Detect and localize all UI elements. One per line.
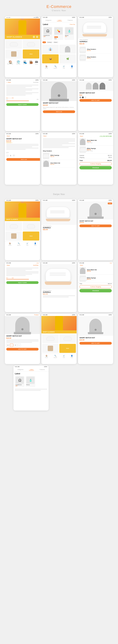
- back-btn-4[interactable]: ‹ < Back Sort/Filter: [5, 81, 40, 84]
- s8-nav-1[interactable]: 🏠Home: [45, 355, 48, 358]
- tab-lat-s10[interactable]: Latest: [29, 368, 34, 371]
- sc-banner-s8: SHOP CLASSICS: [41, 330, 77, 334]
- size-l-s7[interactable]: L: [18, 344, 21, 347]
- latest-thumb-3[interactable]: 📦: [42, 54, 59, 63]
- qty-minus[interactable]: −: [6, 154, 9, 157]
- nav-2-home[interactable]: 🏠Home: [45, 65, 48, 69]
- tab-cat-s10[interactable]: Categories: [16, 368, 25, 371]
- hat-variant-dark[interactable]: [100, 83, 105, 90]
- nav-clothing[interactable]: 👕 Clothing: [16, 60, 20, 64]
- color-white[interactable]: [84, 96, 86, 98]
- atc-s7[interactable]: ADD TO CART: [6, 348, 39, 350]
- checkout-btn[interactable]: Checkout: [79, 166, 112, 170]
- hat-s9: [89, 319, 102, 333]
- s1-nav-4[interactable]: 👤User: [34, 242, 36, 246]
- pill-clothing[interactable]: Clothing: [47, 42, 53, 43]
- s1-nav-3[interactable]: 🛒Cart: [26, 242, 28, 246]
- hat-related-1[interactable]: Short Watch Hat $19.00: [43, 160, 75, 168]
- s8-nav-4[interactable]: 👤User: [71, 355, 73, 358]
- back-btn-7[interactable]: ‹ Back: [5, 135, 40, 137]
- nav-about[interactable]: ••• About: [35, 60, 38, 64]
- continue-shopping-btn[interactable]: Continue Shopping: [79, 162, 112, 165]
- desc-line-2: [6, 145, 39, 146]
- pc-s10-2[interactable]: 🧴 Beauty: [26, 376, 35, 387]
- product-card-free[interactable]: 💊 Free Free: [54, 27, 63, 40]
- swipe-nav-section-label: Swipe Nav: [0, 193, 118, 196]
- s8-nav-3[interactable]: 🛒Cart: [63, 355, 65, 358]
- s1-thumb-2[interactable]: [23, 222, 39, 231]
- tab-featured[interactable]: Featured: [66, 19, 74, 22]
- price-track: [6, 101, 29, 101]
- price-s4: $12 ——— $63: [6, 278, 39, 278]
- bottom-text-s10: [13, 388, 49, 392]
- hat-add-to-cart[interactable]: Add to cart: [43, 110, 75, 113]
- hat-variant-gray[interactable]: [93, 83, 98, 90]
- s1-nav-label-1: Home: [8, 245, 11, 246]
- pill-all[interactable]: All: [43, 42, 46, 43]
- s8-t1[interactable]: [42, 334, 59, 343]
- s1-nav-1[interactable]: 🏠Home: [8, 242, 11, 246]
- size-m-s7[interactable]: M: [14, 344, 17, 347]
- size-s-s7[interactable]: S: [10, 344, 13, 347]
- s1-nav-icon-1: 🏠: [9, 242, 11, 244]
- related-item-1[interactable]: Shop Sneakers $42.00: [79, 46, 112, 54]
- hat-add-to-cart-2[interactable]: ADD TO CART: [79, 99, 112, 102]
- phone-row-2: 9:41 AM 100% ‹ < Back Sort/Filter: [3, 79, 115, 131]
- latest-thumb-1[interactable]: 👔: [42, 45, 59, 54]
- nav-bags[interactable]: 👜 Bags: [29, 60, 32, 64]
- product-card-headphones[interactable]: 🎧 Headphones $29: [43, 27, 53, 40]
- latest-thumb-2[interactable]: [59, 45, 76, 54]
- back-btn-s4[interactable]: ‹ Back Sort/Filter: [5, 264, 40, 266]
- color-dark[interactable]: [82, 96, 84, 98]
- phone-s7: 9:41 AM Product SHORT WATCH HAT $19.00 X…: [5, 314, 40, 364]
- product-thumb-1[interactable]: [5, 40, 22, 49]
- related-item-2[interactable]: Shop Sneakers $38.00: [79, 54, 112, 62]
- s8-t4[interactable]: SALE: [59, 344, 76, 353]
- nav-2-user[interactable]: 👤User: [71, 65, 73, 69]
- tab-categories[interactable]: Categories: [44, 19, 53, 22]
- tshirt-icon: 👔: [49, 48, 52, 51]
- sort-s4: Sort/Filter: [33, 265, 39, 266]
- pc-s10-1[interactable]: 🎧 Headphones $29: [15, 376, 25, 387]
- ld-7: [43, 146, 75, 147]
- size-xs-s7[interactable]: XS: [6, 344, 9, 347]
- s8-nav-2[interactable]: 🔍Search: [54, 355, 57, 358]
- s8-t2[interactable]: [59, 334, 76, 343]
- tab-feat-s10[interactable]: Featured: [39, 368, 46, 371]
- s1-thumb-3[interactable]: [5, 232, 22, 240]
- s8-t3[interactable]: [42, 344, 59, 353]
- s1-sale: SALE: [30, 236, 32, 236]
- nav-2-search[interactable]: 🔍Search: [54, 65, 57, 69]
- s1-nav-2[interactable]: 🔍Search: [17, 242, 20, 246]
- apply-filter-btn[interactable]: Apply & Update: [6, 103, 39, 106]
- tab-latest[interactable]: Latest: [57, 19, 62, 22]
- back-btn-9[interactable]: ‹ Back (+1) 234-5678-999: [78, 135, 113, 138]
- product-card-beauty[interactable]: 🧴 Beauty $12: [64, 27, 74, 40]
- product-thumb-3[interactable]: [5, 50, 22, 58]
- product-thumb-4[interactable]: SALE: [23, 50, 39, 58]
- back-btn-8[interactable]: ‹ Back: [41, 135, 77, 137]
- pill-shoes[interactable]: Shoes: [53, 42, 58, 43]
- continue-s6[interactable]: Continue Shopping: [79, 285, 112, 288]
- s1-thumb-1[interactable]: [5, 222, 22, 231]
- color-gray[interactable]: [79, 96, 81, 98]
- qty-plus[interactable]: +: [12, 154, 15, 157]
- ll3-s2: [50, 213, 64, 213]
- nav-2-cart[interactable]: 🛒Cart: [63, 65, 65, 69]
- hat-variant-light[interactable]: [86, 83, 92, 90]
- product-thumb-2[interactable]: [23, 40, 39, 49]
- time-s8: 9:41 AM: [43, 314, 48, 316]
- s1-thumb-4[interactable]: SALE: [23, 232, 39, 240]
- checkout-s6[interactable]: Checkout: [79, 289, 112, 292]
- nav-new[interactable]: 🏠 New Arrivals: [7, 60, 13, 64]
- sneaker-related-1[interactable]: White Superga $42.00: [43, 152, 75, 160]
- apply-btn-s4[interactable]: Apply & Update: [6, 281, 39, 284]
- hat-atc-s3[interactable]: ADD TO CART: [79, 224, 112, 227]
- latest-thumb-4[interactable]: 🌿: [59, 54, 76, 63]
- from-our-link[interactable]: From Our: [70, 24, 75, 25]
- atc-s9[interactable]: ADD TO CART: [79, 342, 112, 344]
- nav-shoes[interactable]: 👟 Shoes: [23, 60, 26, 64]
- headphones-price: $29: [44, 36, 52, 37]
- back-s6[interactable]: ‹ Back: [78, 264, 113, 266]
- add-to-cart-exp[interactable]: Add to cart: [6, 158, 40, 161]
